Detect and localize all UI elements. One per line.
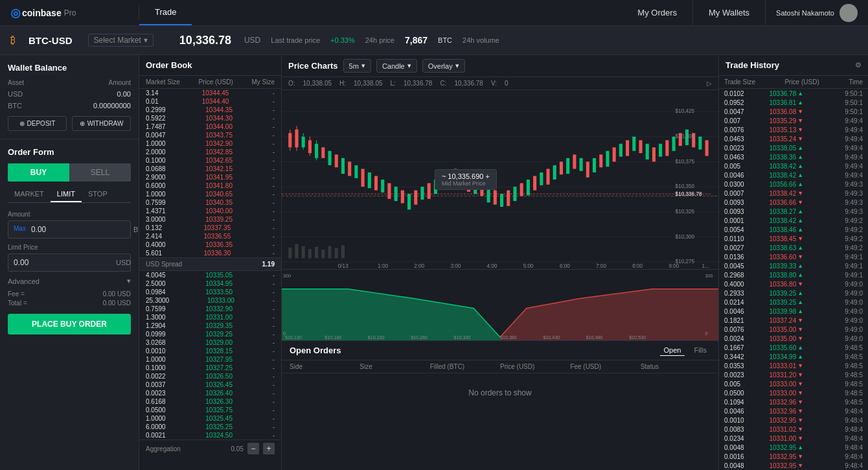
- ask-size: 0.2999: [146, 106, 166, 113]
- trade-size: 0.0076: [724, 326, 760, 333]
- bid-price: 10326.50: [205, 373, 233, 380]
- trade-price: 10332.95▼: [770, 453, 818, 460]
- advanced-toggle[interactable]: Advanced ▾: [8, 277, 131, 285]
- chart-type-selector[interactable]: Candle ▾: [376, 59, 417, 73]
- overlay-selector[interactable]: Overlay ▾: [422, 59, 465, 73]
- bid-size: 25.3000: [146, 297, 169, 304]
- bid-size: 2.5000: [146, 280, 166, 287]
- trade-time: 9:49:4: [827, 163, 863, 170]
- svg-rect-33: [414, 191, 417, 205]
- svg-rect-27: [374, 176, 378, 190]
- svg-rect-47: [507, 191, 510, 206]
- amount-input[interactable]: [26, 221, 133, 238]
- o-value: 10,338.05: [303, 80, 332, 87]
- main-layout: Wallet Balance Asset Amount USD 0.00 BTC…: [0, 55, 868, 470]
- ask-size: 1.4371: [146, 207, 166, 215]
- bid-size: 0.0010: [146, 347, 166, 355]
- bid-row: 0.1000 10327.25 -: [139, 364, 281, 372]
- fills-tab[interactable]: Fills: [690, 345, 711, 356]
- up-arrow-icon: ▲: [797, 154, 803, 160]
- trade-tab[interactable]: Trade: [139, 0, 192, 25]
- trade-history-row: 0.0046 10338.42▲ 9:49:4: [719, 170, 868, 180]
- limit-price-input[interactable]: [8, 254, 116, 271]
- ask-row: 0.7599 10340.35 -: [139, 198, 281, 207]
- trade-history-row: 0.0045 10339.33▲ 9:49:1: [719, 261, 868, 270]
- select-market-btn[interactable]: Select Market ▾: [88, 34, 154, 47]
- ask-price: 10337.35: [203, 224, 231, 231]
- up-arrow-icon: ▲: [797, 145, 803, 151]
- my-orders-btn[interactable]: My Orders: [622, 0, 693, 26]
- svg-rect-84: [328, 246, 331, 259]
- svg-text:2:00: 2:00: [414, 262, 424, 268]
- trade-price: 10331.00▼: [770, 435, 818, 442]
- trade-history-row: 0.005 10338.42▲ 9:49:4: [719, 161, 868, 170]
- agg-decrease-btn[interactable]: −: [247, 443, 259, 454]
- bid-price: 10335.05: [205, 272, 233, 279]
- bid-price: 10329.00: [205, 339, 233, 346]
- trade-history-row: 0.0010 10332.95▼ 9:48:4: [719, 416, 868, 425]
- trade-history-settings-icon[interactable]: ⚙: [855, 61, 862, 69]
- market-tab[interactable]: MARKET: [8, 187, 51, 202]
- btc-wallet-row: BTC 0.00000000: [8, 102, 131, 110]
- bid-price: 10327.95: [205, 356, 233, 363]
- deposit-button[interactable]: ⊕ DEPOSIT: [8, 116, 67, 131]
- svg-rect-85: [335, 248, 338, 258]
- my-wallets-btn[interactable]: My Wallets: [693, 0, 766, 26]
- svg-text:8:00: 8:00: [632, 262, 643, 268]
- trade-price: 10336.08▼: [770, 108, 818, 115]
- trade-time: 9:49:0: [827, 290, 863, 297]
- order-form-title: Order Form: [8, 147, 131, 157]
- trade-time: 9:49:4: [827, 154, 863, 161]
- open-tab[interactable]: Open: [660, 345, 685, 356]
- trade-history-row: 0.0054 10338.46▲ 9:49:2: [719, 225, 868, 234]
- ask-row: 2.9000 10341.95 -: [139, 173, 281, 182]
- ask-my-size: -: [273, 250, 275, 257]
- svg-rect-56: [566, 158, 569, 174]
- trade-size: 0.1667: [724, 344, 760, 351]
- up-arrow-icon: ▲: [797, 353, 803, 360]
- ask-row: 0.0688 10342.15 -: [139, 165, 281, 173]
- user-area[interactable]: Satoshi Nakamoto: [766, 4, 868, 22]
- down-arrow-icon: ▼: [797, 362, 803, 369]
- ask-row: 5.601 10336.30 -: [139, 249, 281, 257]
- trade-time: 9:48:4: [827, 462, 863, 469]
- timeframe-selector[interactable]: 5m ▾: [343, 59, 371, 73]
- ask-row: 3.0000 10339.25 -: [139, 215, 281, 224]
- ask-my-size: -: [273, 174, 275, 181]
- trade-price: 10339.25▲: [770, 290, 818, 297]
- svg-rect-86: [341, 246, 345, 259]
- agg-increase-btn[interactable]: +: [263, 443, 275, 454]
- trade-size: 0.4000: [724, 281, 760, 288]
- svg-text:0/13: 0/13: [338, 262, 348, 268]
- ask-price: 10340.65: [205, 191, 233, 198]
- trade-history-row: 0.0007 10338.42▼ 9:49:3: [719, 189, 868, 198]
- trade-history-title: Trade History: [725, 60, 779, 70]
- svg-text:4:00: 4:00: [487, 262, 497, 268]
- ask-row: 2.0000 10342.85 -: [139, 148, 281, 156]
- bid-row: 1.3000 10331.00 -: [139, 313, 281, 322]
- max-link[interactable]: Max: [8, 225, 26, 232]
- bid-row: 25.3000 10333.00 -: [139, 296, 281, 305]
- place-order-button[interactable]: PLACE BUY ORDER: [8, 314, 131, 335]
- amount-input-row: Max BTC: [8, 220, 131, 239]
- svg-text:300: 300: [283, 274, 291, 278]
- sell-tab[interactable]: SELL: [69, 163, 131, 182]
- ask-row: 0.5922 10344.30 -: [139, 114, 281, 123]
- trade-price: 10338.36▲: [770, 154, 818, 161]
- th-col-headers: Trade Size Price (USD) Time: [719, 76, 868, 89]
- expand-icon[interactable]: ▷: [707, 80, 712, 87]
- svg-rect-69: [652, 147, 656, 161]
- bid-price: 10329.35: [205, 322, 233, 329]
- bid-row: 0.0500 10325.75 -: [139, 406, 281, 414]
- bid-price: 10326.40: [205, 390, 233, 397]
- limit-tab[interactable]: LIMIT: [51, 187, 82, 202]
- down-arrow-icon: ▼: [797, 326, 803, 333]
- username: Satoshi Nakamoto: [776, 9, 834, 17]
- buy-tab[interactable]: BUY: [8, 163, 69, 182]
- withdraw-button[interactable]: ⊕ WITHDRAW: [72, 116, 131, 131]
- trade-history-row: 0.0046 10332.96▼ 9:48:4: [719, 406, 868, 416]
- svg-rect-82: [315, 247, 318, 259]
- bid-price: 10325.25: [205, 423, 233, 430]
- ask-my-size: -: [273, 140, 275, 147]
- stop-tab[interactable]: STOP: [82, 187, 114, 202]
